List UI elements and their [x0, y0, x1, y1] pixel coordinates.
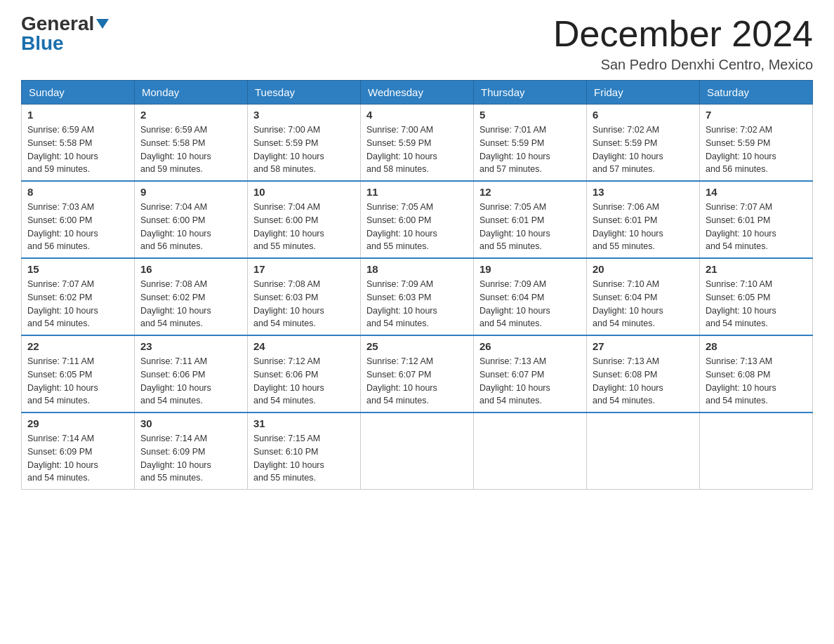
day-number: 2 — [140, 109, 241, 121]
day-info: Sunrise: 7:00 AMSunset: 5:59 PMDaylight:… — [366, 123, 468, 176]
day-number: 3 — [253, 109, 355, 121]
day-number: 13 — [593, 186, 694, 198]
calendar-cell: 31Sunrise: 7:15 AMSunset: 6:10 PMDayligh… — [248, 412, 361, 490]
day-info: Sunrise: 7:14 AMSunset: 6:09 PMDaylight:… — [140, 432, 241, 485]
calendar-table: SundayMondayTuesdayWednesdayThursdayFrid… — [21, 80, 813, 490]
day-number: 29 — [27, 417, 128, 429]
calendar-cell: 18Sunrise: 7:09 AMSunset: 6:03 PMDayligh… — [361, 258, 474, 335]
day-number: 6 — [593, 109, 694, 121]
day-number: 16 — [140, 263, 241, 275]
calendar-week-row: 22Sunrise: 7:11 AMSunset: 6:05 PMDayligh… — [22, 335, 813, 412]
day-number: 23 — [140, 340, 241, 352]
calendar-cell: 22Sunrise: 7:11 AMSunset: 6:05 PMDayligh… — [22, 335, 135, 412]
day-info: Sunrise: 7:14 AMSunset: 6:09 PMDaylight:… — [27, 432, 128, 485]
calendar-cell: 17Sunrise: 7:08 AMSunset: 6:03 PMDayligh… — [248, 258, 361, 335]
calendar-cell: 9Sunrise: 7:04 AMSunset: 6:00 PMDaylight… — [135, 181, 248, 258]
day-number: 22 — [27, 340, 128, 352]
day-number: 20 — [593, 263, 694, 275]
day-number: 28 — [706, 340, 807, 352]
day-number: 31 — [253, 417, 355, 429]
logo-triangle-icon — [96, 19, 109, 29]
day-info: Sunrise: 7:01 AMSunset: 5:59 PMDaylight:… — [479, 123, 581, 176]
day-info: Sunrise: 7:12 AMSunset: 6:07 PMDaylight:… — [366, 355, 468, 408]
calendar-cell: 30Sunrise: 7:14 AMSunset: 6:09 PMDayligh… — [135, 412, 248, 490]
day-number: 26 — [479, 340, 581, 352]
calendar-cell: 1Sunrise: 6:59 AMSunset: 5:58 PMDaylight… — [22, 105, 135, 182]
calendar-cell: 21Sunrise: 7:10 AMSunset: 6:05 PMDayligh… — [700, 258, 813, 335]
day-info: Sunrise: 7:00 AMSunset: 5:59 PMDaylight:… — [253, 123, 355, 176]
day-info: Sunrise: 7:02 AMSunset: 5:59 PMDaylight:… — [706, 123, 807, 176]
day-number: 14 — [706, 186, 807, 198]
day-info: Sunrise: 7:13 AMSunset: 6:08 PMDaylight:… — [706, 355, 807, 408]
logo-general-line: General — [21, 14, 109, 34]
calendar-cell: 24Sunrise: 7:12 AMSunset: 6:06 PMDayligh… — [248, 335, 361, 412]
day-info: Sunrise: 7:09 AMSunset: 6:04 PMDaylight:… — [479, 278, 581, 330]
logo: General Blue — [21, 14, 109, 53]
day-number: 25 — [366, 340, 468, 352]
calendar-cell: 27Sunrise: 7:13 AMSunset: 6:08 PMDayligh… — [587, 335, 700, 412]
day-number: 18 — [366, 263, 468, 275]
day-number: 9 — [140, 186, 241, 198]
page: General Blue December 2024 San Pedro Den… — [0, 0, 834, 504]
calendar-header-monday: Monday — [135, 81, 248, 105]
day-info: Sunrise: 7:11 AMSunset: 6:05 PMDaylight:… — [27, 355, 128, 408]
calendar-cell: 4Sunrise: 7:00 AMSunset: 5:59 PMDaylight… — [361, 105, 474, 182]
day-number: 21 — [706, 263, 807, 275]
calendar-week-row: 1Sunrise: 6:59 AMSunset: 5:58 PMDaylight… — [22, 105, 813, 182]
day-info: Sunrise: 7:09 AMSunset: 6:03 PMDaylight:… — [366, 278, 468, 330]
day-number: 4 — [366, 109, 468, 121]
day-info: Sunrise: 7:15 AMSunset: 6:10 PMDaylight:… — [253, 432, 355, 485]
calendar-cell: 6Sunrise: 7:02 AMSunset: 5:59 PMDaylight… — [587, 105, 700, 182]
header: General Blue December 2024 San Pedro Den… — [21, 14, 813, 73]
title-section: December 2024 San Pedro Denxhi Centro, M… — [553, 14, 813, 73]
day-info: Sunrise: 6:59 AMSunset: 5:58 PMDaylight:… — [140, 123, 241, 176]
calendar-header-wednesday: Wednesday — [361, 81, 474, 105]
calendar-cell: 10Sunrise: 7:04 AMSunset: 6:00 PMDayligh… — [248, 181, 361, 258]
calendar-cell: 26Sunrise: 7:13 AMSunset: 6:07 PMDayligh… — [474, 335, 587, 412]
calendar-header-sunday: Sunday — [22, 81, 135, 105]
day-info: Sunrise: 7:07 AMSunset: 6:02 PMDaylight:… — [27, 278, 128, 330]
location: San Pedro Denxhi Centro, Mexico — [553, 57, 813, 73]
day-info: Sunrise: 7:10 AMSunset: 6:05 PMDaylight:… — [706, 278, 807, 330]
calendar-header-tuesday: Tuesday — [248, 81, 361, 105]
day-number: 24 — [253, 340, 355, 352]
day-info: Sunrise: 7:06 AMSunset: 6:01 PMDaylight:… — [593, 201, 694, 253]
calendar-cell: 3Sunrise: 7:00 AMSunset: 5:59 PMDaylight… — [248, 105, 361, 182]
day-number: 15 — [27, 263, 128, 275]
day-info: Sunrise: 7:02 AMSunset: 5:59 PMDaylight:… — [593, 123, 694, 176]
day-info: Sunrise: 7:08 AMSunset: 6:03 PMDaylight:… — [253, 278, 355, 330]
calendar-cell: 11Sunrise: 7:05 AMSunset: 6:00 PMDayligh… — [361, 181, 474, 258]
day-number: 30 — [140, 417, 241, 429]
day-number: 8 — [27, 186, 128, 198]
day-info: Sunrise: 7:13 AMSunset: 6:08 PMDaylight:… — [593, 355, 694, 408]
day-number: 7 — [706, 109, 807, 121]
calendar-cell: 16Sunrise: 7:08 AMSunset: 6:02 PMDayligh… — [135, 258, 248, 335]
day-info: Sunrise: 7:11 AMSunset: 6:06 PMDaylight:… — [140, 355, 241, 408]
calendar-cell: 7Sunrise: 7:02 AMSunset: 5:59 PMDaylight… — [700, 105, 813, 182]
calendar-cell: 29Sunrise: 7:14 AMSunset: 6:09 PMDayligh… — [22, 412, 135, 490]
calendar-cell — [361, 412, 474, 490]
calendar-cell: 5Sunrise: 7:01 AMSunset: 5:59 PMDaylight… — [474, 105, 587, 182]
day-info: Sunrise: 7:04 AMSunset: 6:00 PMDaylight:… — [253, 201, 355, 253]
day-info: Sunrise: 7:13 AMSunset: 6:07 PMDaylight:… — [479, 355, 581, 408]
calendar-cell: 25Sunrise: 7:12 AMSunset: 6:07 PMDayligh… — [361, 335, 474, 412]
day-number: 5 — [479, 109, 581, 121]
calendar-header-thursday: Thursday — [474, 81, 587, 105]
day-number: 17 — [253, 263, 355, 275]
calendar-cell: 23Sunrise: 7:11 AMSunset: 6:06 PMDayligh… — [135, 335, 248, 412]
calendar-cell: 2Sunrise: 6:59 AMSunset: 5:58 PMDaylight… — [135, 105, 248, 182]
calendar-header-saturday: Saturday — [700, 81, 813, 105]
calendar-cell — [474, 412, 587, 490]
calendar-week-row: 8Sunrise: 7:03 AMSunset: 6:00 PMDaylight… — [22, 181, 813, 258]
day-number: 19 — [479, 263, 581, 275]
calendar-header-friday: Friday — [587, 81, 700, 105]
day-number: 12 — [479, 186, 581, 198]
calendar-cell: 19Sunrise: 7:09 AMSunset: 6:04 PMDayligh… — [474, 258, 587, 335]
day-info: Sunrise: 7:05 AMSunset: 6:01 PMDaylight:… — [479, 201, 581, 253]
day-number: 10 — [253, 186, 355, 198]
day-number: 11 — [366, 186, 468, 198]
calendar-cell: 14Sunrise: 7:07 AMSunset: 6:01 PMDayligh… — [700, 181, 813, 258]
calendar-header-row: SundayMondayTuesdayWednesdayThursdayFrid… — [22, 81, 813, 105]
calendar-cell: 15Sunrise: 7:07 AMSunset: 6:02 PMDayligh… — [22, 258, 135, 335]
calendar-week-row: 15Sunrise: 7:07 AMSunset: 6:02 PMDayligh… — [22, 258, 813, 335]
